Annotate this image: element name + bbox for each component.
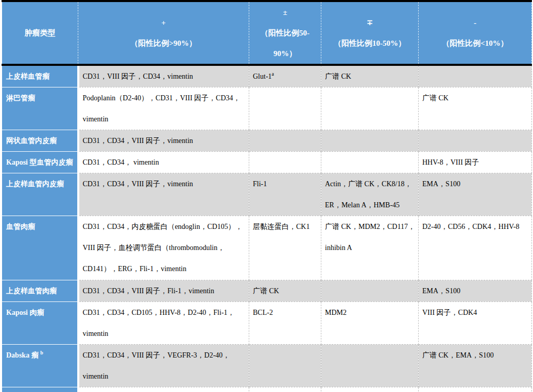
tumor-type-cell: 上皮样血管瘤 <box>2 65 78 87</box>
positive-markers-cell: CD31，CD34，VIII 因子，vimentin <box>78 130 249 152</box>
document-page: { "colors": { "header_blue": "#5b9bd5", … <box>0 0 533 392</box>
markers-text: D2-40，CD56，CDK4，HHV-8 <box>422 223 520 230</box>
table-header: 肿瘤类型 + （阳性比例>90%） ± （阳性比例50-90%） ∓ （阳性比例… <box>2 1 532 65</box>
header-subtitle: （阳性比例>90%） <box>78 33 249 54</box>
negative-markers-cell <box>419 130 532 152</box>
table-row: 实性血管球瘤 SMA，myosin，calponin，层黏连蛋白，IV 型胶原，… <box>2 387 532 392</box>
plus-minus-markers-cell <box>249 345 321 387</box>
header-subtitle: （阳性比例50-90%） <box>249 23 321 64</box>
plus-minus-markers-cell <box>249 87 321 130</box>
table-row: 上皮样血管瘤 CD31，VIII 因子，CD34，vimentin Glut-1… <box>2 65 532 87</box>
tumor-type-cell: 上皮样血管内皮瘤 <box>2 173 78 216</box>
plus-minus-markers-cell: Glut-1a <box>249 65 321 87</box>
header-title: - <box>419 12 531 33</box>
markers-text: Podoplanin（D2-40），CD31，VIII 因子，CD34，vime… <box>83 94 240 123</box>
markers-text: CD31，CD34，VIII 因子，Fli-1，vimentin <box>83 287 215 295</box>
markers-text: CD31，CD34，VIII 因子，VEGFR-3，D2-40，vimentin <box>83 351 230 380</box>
minus-plus-markers-cell: 广谱 CK <box>321 65 419 87</box>
tumor-type-label: Kaposi 肉瘤 <box>6 309 44 316</box>
table-row: 淋巴管瘤 Podoplanin（D2-40），CD31，VIII 因子，CD34… <box>2 87 532 130</box>
header-negative: - （阳性比例<10%） <box>419 1 532 65</box>
tumor-type-cell: Kaposi 型血管内皮瘤 <box>2 152 78 173</box>
tumor-type-cell: Dabska 瘤 b <box>2 345 78 387</box>
tumor-type-cell: Kaposi 肉瘤 <box>2 302 78 345</box>
markers-text: CD31，CD34，VIII 因子，vimentin <box>83 137 193 145</box>
header-title: ∓ <box>321 12 418 33</box>
header-plus-minus: ± （阳性比例50-90%） <box>249 1 321 65</box>
markers-text: CD31，CD34，CD105，HHV-8，D2-40，Fli-1，viment… <box>83 309 235 337</box>
minus-plus-markers-cell: Actin，广谱 CK，CK8/18，ER，Melan A，HMB-45 <box>321 173 419 216</box>
tumor-type-label: 上皮样血管瘤 <box>6 73 49 80</box>
markers-text: CD31，VIII 因子，CD34，vimentin <box>83 73 193 80</box>
ihc-markers-table: 肿瘤类型 + （阳性比例>90%） ± （阳性比例50-90%） ∓ （阳性比例… <box>2 0 532 392</box>
negative-markers-cell: 广谱 CK <box>419 87 532 130</box>
negative-markers-cell: 广谱 CK，EMA，S100 <box>419 345 532 387</box>
plus-minus-markers-cell <box>249 130 321 152</box>
tumor-type-cell: 实性血管球瘤 <box>2 387 78 392</box>
tumor-type-label: 淋巴管瘤 <box>6 94 35 102</box>
minus-plus-markers-cell: MDM2 <box>321 302 419 345</box>
tumor-type-cell: 网状血管内皮瘤 <box>2 130 78 152</box>
header-title: + <box>78 12 249 33</box>
tumor-type-label: 网状血管内皮瘤 <box>6 137 57 145</box>
minus-plus-markers-cell <box>321 152 419 173</box>
table-row: 上皮样血管肉瘤 CD31，CD34，VIII 因子，Fli-1，vimentin… <box>2 280 532 302</box>
header-title: 肿瘤类型 <box>2 23 78 43</box>
markers-text: Fli-1 <box>253 180 267 188</box>
minus-plus-markers-cell <box>321 345 419 387</box>
footnote-marker: b <box>40 350 43 355</box>
markers-text: BCL-2 <box>253 309 273 316</box>
positive-markers-cell: CD31，CD34，内皮糖蛋白（endoglin，CD105），VIII 因子，… <box>78 216 249 280</box>
markers-text: EMA，S100 <box>422 287 460 295</box>
table-row: 上皮样血管内皮瘤 CD31，CD34，VIII 因子，vimentin Fli-… <box>2 173 532 216</box>
positive-markers-cell: Podoplanin（D2-40），CD31，VIII 因子，CD34，vime… <box>78 87 249 130</box>
negative-markers-cell: EMA，S100 <box>419 280 532 302</box>
tumor-type-label: Dabska 瘤 <box>6 351 40 359</box>
positive-markers-cell: CD31，CD34， vimentin <box>78 152 249 173</box>
tumor-type-label: Kaposi 型血管内皮瘤 <box>6 158 73 166</box>
minus-plus-markers-cell <box>321 280 419 302</box>
header-minus-plus: ∓ （阳性比例10-50%） <box>321 1 419 65</box>
tumor-type-label: 上皮样血管内皮瘤 <box>6 180 64 188</box>
header-subtitle: （阳性比例<10%） <box>419 33 531 54</box>
table-row: Kaposi 肉瘤 CD31，CD34，CD105，HHV-8，D2-40，Fl… <box>2 302 532 345</box>
tumor-type-cell: 淋巴管瘤 <box>2 87 78 130</box>
plus-minus-markers-cell: 广谱 CK <box>249 280 321 302</box>
table-row: 血管肉瘤 CD31，CD34，内皮糖蛋白（endoglin，CD105），VII… <box>2 216 532 280</box>
markers-text: HHV-8，VIII 因子 <box>422 158 479 166</box>
markers-text: CD31，CD34， vimentin <box>83 158 159 166</box>
markers-text: 广谱 CK <box>422 94 449 102</box>
plus-minus-markers-cell: 层黏连蛋白，CK1 <box>249 216 321 280</box>
markers-text: VIII 因子，CDK4 <box>422 309 477 316</box>
markers-text: 广谱 CK <box>253 287 279 295</box>
markers-text: 广谱 CK，EMA，S100 <box>422 351 494 359</box>
positive-markers-cell: CD31，CD34，VIII 因子，VEGFR-3，D2-40，vimentin <box>78 345 249 387</box>
markers-text: MDM2 <box>325 309 347 316</box>
header-positive: + （阳性比例>90%） <box>78 1 249 65</box>
markers-text: 广谱 CK <box>325 73 351 80</box>
minus-plus-markers-cell <box>321 87 419 130</box>
minus-plus-markers-cell: CD34 <box>321 387 419 392</box>
markers-text: 广谱 CK，MDM2，CD117，inhibin A <box>325 223 415 252</box>
table-row: Kaposi 型血管内皮瘤 CD31，CD34， vimentin HHV-8，… <box>2 152 532 173</box>
markers-text: CD31，CD34，VIII 因子，vimentin <box>83 180 193 188</box>
plus-minus-markers-cell: h-Caldesmon <box>249 387 321 392</box>
header-subtitle: （阳性比例10-50%） <box>321 33 418 54</box>
tumor-type-label: 上皮样血管肉瘤 <box>6 287 57 295</box>
positive-markers-cell: CD31，CD34，VIII 因子，Fli-1，vimentin <box>78 280 249 302</box>
markers-text: Actin，广谱 CK，CK8/18，ER，Melan A，HMB-45 <box>325 180 411 209</box>
minus-plus-markers-cell <box>321 130 419 152</box>
markers-text: CD31，CD34，内皮糖蛋白（endoglin，CD105），VIII 因子，… <box>83 223 243 273</box>
negative-markers-cell <box>419 65 532 87</box>
footnote-marker: a <box>272 71 274 77</box>
negative-markers-cell: D2-40，CD56，CDK4，HHV-8 <box>419 216 532 280</box>
positive-markers-cell: SMA，myosin，calponin，层黏连蛋白，IV 型胶原，vimenti… <box>78 387 249 392</box>
plus-minus-markers-cell: Fli-1 <box>249 173 321 216</box>
tumor-type-cell: 血管肉瘤 <box>2 216 78 280</box>
table-row: 网状血管内皮瘤 CD31，CD34，VIII 因子，vimentin <box>2 130 532 152</box>
plus-minus-markers-cell: BCL-2 <box>249 302 321 345</box>
positive-markers-cell: CD31，VIII 因子，CD34，vimentin <box>78 65 249 87</box>
header-title: ± <box>249 2 321 23</box>
header-tumor-type: 肿瘤类型 <box>2 1 78 65</box>
minus-plus-markers-cell: 广谱 CK，MDM2，CD117，inhibin A <box>321 216 419 280</box>
